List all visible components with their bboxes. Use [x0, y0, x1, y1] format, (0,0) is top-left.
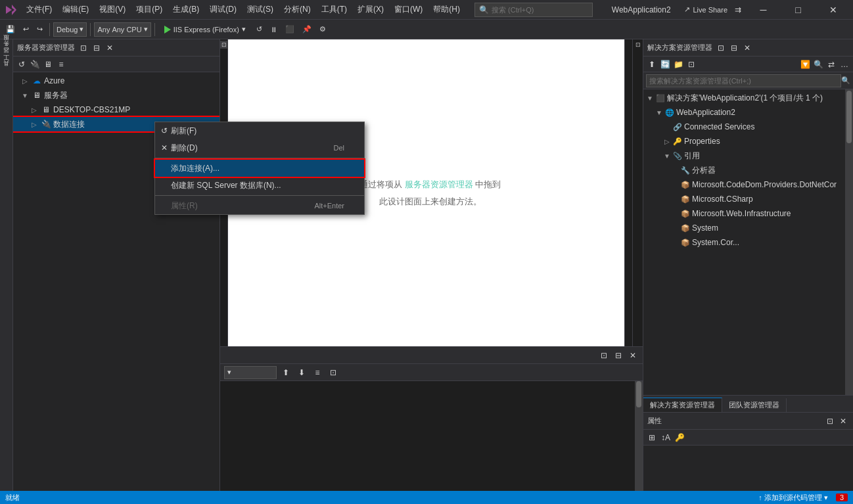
share-icon[interactable]: ⇉ — [733, 3, 743, 16]
servers-expand-icon: ▼ — [20, 92, 30, 99]
bottom-btn4[interactable]: ⊡ — [327, 366, 340, 379]
tree-item-azure[interactable]: ▷ ☁ Azure — [13, 74, 219, 88]
sol-search-btn[interactable]: 🔍 — [812, 58, 824, 70]
props-sort-btn[interactable]: ↕A — [660, 432, 672, 444]
sol-scrollbar[interactable] — [845, 89, 853, 395]
dock-panel-btn[interactable]: ⊟ — [91, 42, 103, 54]
connect-btn[interactable]: 🔌 — [29, 58, 41, 70]
editor-right-pin[interactable]: ⊡ — [634, 41, 642, 49]
maximize-button[interactable]: □ — [783, 0, 813, 20]
refresh-btn[interactable]: ↺ — [253, 22, 265, 37]
menu-view[interactable]: 视图(V) — [95, 3, 129, 16]
sol-diff-btn[interactable]: ⇄ — [825, 58, 837, 70]
sol-item-system[interactable]: 📦 System — [643, 221, 853, 235]
solution-search-input[interactable] — [646, 74, 841, 87]
menu-debug[interactable]: 调试(D) — [206, 3, 241, 16]
sol-item-csharp[interactable]: 📦 Microsoft.CSharp — [643, 192, 853, 206]
bottom-pin-btn[interactable]: ⊡ — [598, 350, 610, 361]
sol-btn1[interactable]: ⬆ — [646, 58, 658, 70]
tree-item-desktop[interactable]: ▷ 🖥 DESKTOP-CBS21MP — [13, 103, 219, 117]
error-badge[interactable]: 3 — [836, 493, 848, 501]
run-button[interactable]: IIS Express (Firefox) ▾ — [158, 23, 252, 35]
close-button[interactable]: ✕ — [818, 0, 848, 20]
toolbar-save[interactable]: 💾 — [3, 22, 18, 37]
sol-item-properties[interactable]: ▷ 🔑 Properties — [643, 134, 853, 149]
sol-item-webinfra[interactable]: 📦 Microsoft.Web.Infrastructure — [643, 206, 853, 221]
bottom-scope-dropdown[interactable]: ▾ — [224, 366, 277, 379]
menu-tools[interactable]: 工具(T) — [317, 3, 351, 16]
menu-test[interactable]: 测试(S) — [243, 3, 277, 16]
sol-btn2[interactable]: 🔄 — [659, 58, 671, 70]
solution-search-bar[interactable]: 🔍 — [643, 72, 853, 89]
sol-item-project[interactable]: ▼ 🌐 WebApplication2 — [643, 105, 853, 120]
ctx-add-connection[interactable]: 添加连接(A)... — [155, 160, 364, 177]
title-search-input[interactable] — [492, 6, 588, 14]
left-icon-3[interactable]: 器 — [1, 55, 12, 60]
menu-edit[interactable]: 编辑(E) — [58, 3, 93, 16]
sol-more-btn[interactable]: … — [839, 58, 850, 70]
menu-file[interactable]: 文件(F) — [22, 3, 56, 16]
left-icon-2[interactable]: 务 — [1, 49, 12, 54]
more-btn[interactable]: ≡ — [55, 58, 67, 70]
editor-scrollbar[interactable] — [624, 39, 632, 346]
menu-analyze[interactable]: 分析(N) — [280, 3, 315, 16]
refresh-tree-btn[interactable]: ↺ — [16, 58, 28, 70]
sol-close-btn[interactable]: ✕ — [741, 42, 753, 54]
sol-item-connected-services[interactable]: 🔗 Connected Services — [643, 120, 853, 134]
toolbar-pin[interactable]: 📌 — [299, 22, 315, 37]
bottom-btn2[interactable]: ⬇ — [295, 366, 308, 379]
tab-team-explorer[interactable]: 团队资源管理器 — [722, 398, 787, 412]
ctx-delete[interactable]: ✕ 删除(D) Del — [155, 139, 364, 156]
ctx-refresh[interactable]: ↺ 刷新(F) — [155, 122, 364, 139]
tree-item-servers[interactable]: ▼ 🖥 服务器 — [13, 88, 219, 103]
left-icon-5[interactable]: 具 — [1, 68, 12, 74]
props-key-btn[interactable]: 🔑 — [674, 432, 685, 444]
sol-item-solution[interactable]: ▼ ⬛ 解决方案'WebApplication2'(1 个项目/共 1 个) — [643, 91, 853, 105]
bottom-dock-btn[interactable]: ⊟ — [612, 350, 624, 361]
references-icon: 📎 — [672, 150, 683, 161]
menu-help[interactable]: 帮助(H) — [429, 3, 464, 16]
bottom-scrollbar[interactable] — [635, 381, 643, 491]
menu-project[interactable]: 项目(P) — [132, 3, 166, 16]
tab-solution-explorer[interactable]: 解决方案资源管理器 — [643, 398, 722, 412]
toolbar-redo[interactable]: ↪ — [34, 22, 46, 37]
toolbar-undo[interactable]: ↩ — [20, 22, 32, 37]
left-icon-4[interactable]: 工 — [1, 62, 12, 67]
sol-item-references[interactable]: ▼ 📎 引用 — [643, 149, 853, 163]
left-icon-1[interactable]: 服 — [1, 42, 12, 47]
menu-window[interactable]: 窗口(W) — [390, 3, 426, 16]
cpu-config-label: Any — [97, 26, 110, 34]
cpu-config-dropdown[interactable]: Any Any CPU ▾ — [94, 22, 150, 37]
close-panel-btn[interactable]: ✕ — [104, 42, 116, 54]
debug-mode-dropdown[interactable]: Debug ▾ — [53, 22, 87, 37]
bottom-close-btn[interactable]: ✕ — [627, 350, 639, 361]
minimize-button[interactable]: ─ — [749, 0, 778, 20]
sol-pin-btn[interactable]: ⊡ — [715, 42, 727, 54]
menu-extensions[interactable]: 扩展(X) — [354, 3, 388, 16]
sol-btn3[interactable]: 📁 — [672, 58, 684, 70]
bottom-btn1[interactable]: ⬆ — [279, 366, 292, 379]
sol-filter-btn[interactable]: 🔽 — [799, 58, 811, 70]
toolbar-misc[interactable]: ⚙ — [316, 22, 329, 37]
sol-item-analyzer[interactable]: 🔧 分析器 — [643, 163, 853, 177]
props-pin-btn[interactable]: ⊡ — [824, 415, 836, 427]
add-to-vcs-btn[interactable]: ↑ 添加到源代码管理 ▾ — [758, 493, 828, 503]
props-close-btn[interactable]: ✕ — [837, 415, 849, 427]
editor-pin-btn[interactable]: ⊡ — [220, 41, 228, 49]
menu-build[interactable]: 生成(B) — [169, 3, 203, 16]
server-btn[interactable]: 🖥 — [42, 58, 54, 70]
sol-item-systemcore[interactable]: 📦 System.Cor... — [643, 235, 853, 250]
liveshare-button[interactable]: ↗ Live Share — [684, 5, 727, 14]
sol-item-codedom[interactable]: 📦 Microsoft.CodeDom.Providers.DotNetCor — [643, 177, 853, 192]
title-search-box[interactable]: 🔍 — [474, 3, 593, 17]
hint-link[interactable]: 服务器资源管理器 — [405, 179, 473, 189]
sol-dock-btn[interactable]: ⊟ — [728, 42, 740, 54]
props-grid-btn[interactable]: ⊞ — [646, 432, 658, 444]
ctx-properties[interactable]: 属性(R) Alt+Enter — [155, 197, 364, 214]
sol-btn4[interactable]: ⊡ — [685, 58, 697, 70]
pin-panel-btn[interactable]: ⊡ — [78, 42, 89, 54]
pause-btn[interactable]: ⏸ — [267, 22, 281, 37]
ctx-create-db[interactable]: 创建新 SQL Server 数据库(N)... — [155, 177, 364, 194]
bottom-btn3[interactable]: ≡ — [311, 366, 324, 379]
stop-btn[interactable]: ⬛ — [282, 22, 298, 37]
